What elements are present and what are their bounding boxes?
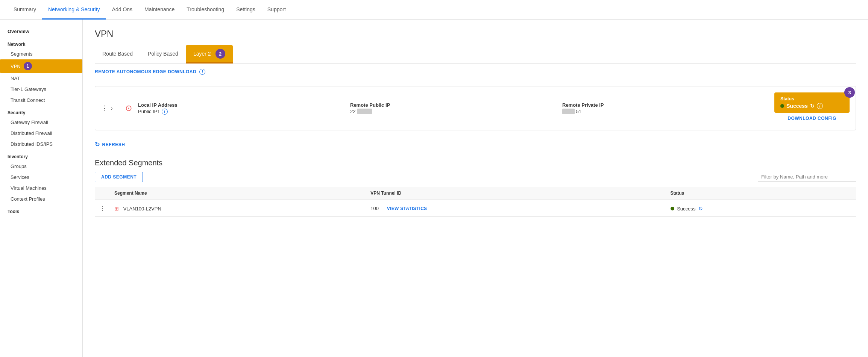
sidebar-section-tools: Tools bbox=[0, 204, 82, 216]
vpn-tabs: Route Based Policy Based Layer 2 2 bbox=[95, 45, 856, 64]
sidebar-item-virtual-machines[interactable]: Virtual Machines bbox=[0, 183, 82, 194]
segments-table-header: Segment Name VPN Tunnel ID Status bbox=[95, 187, 856, 200]
segments-toolbar: ADD SEGMENT bbox=[95, 172, 856, 182]
tab-layer2[interactable]: Layer 2 2 bbox=[186, 45, 233, 64]
vpn-status-container: Status Success ↻ i 3 DOWNLOAD CONFIG bbox=[774, 92, 850, 124]
row-segment-name-text: VLAN100-L2VPN bbox=[123, 206, 161, 212]
extended-segments-title: Extended Segments bbox=[95, 159, 856, 167]
col-actions bbox=[95, 187, 110, 200]
sidebar-item-nat[interactable]: NAT bbox=[0, 73, 82, 84]
vpn-row-dots-menu[interactable]: ⋮ bbox=[101, 104, 108, 112]
sidebar-section-security: Security bbox=[0, 106, 82, 117]
vpn-status-dot bbox=[780, 104, 784, 108]
vpn-badge: 1 bbox=[24, 62, 32, 70]
row-vpn-tunnel-id: 100 VIEW STATISTICS bbox=[366, 200, 666, 217]
vpn-status-label: Status bbox=[780, 96, 844, 101]
download-config-button[interactable]: DOWNLOAD CONFIG bbox=[774, 113, 850, 124]
vpn-remote-public-ip-blurred bbox=[357, 109, 372, 114]
row-refresh-icon[interactable]: ↻ bbox=[698, 206, 703, 212]
nav-addons[interactable]: Add Ons bbox=[106, 0, 138, 20]
vpn-status-info-icon[interactable]: i bbox=[817, 103, 823, 109]
tab-layer2-badge: 2 bbox=[215, 49, 225, 59]
vpn-local-ip-field: Local IP Address Public IP1 i bbox=[138, 102, 344, 115]
view-statistics-link[interactable]: VIEW STATISTICS bbox=[387, 206, 427, 211]
segments-table-body: ⋮ ⊞ VLAN100-L2VPN 100 VIEW STATISTICS Su… bbox=[95, 200, 856, 217]
vpn-entry-card: ⋮ › ⊙ Local IP Address Public IP1 i Remo… bbox=[95, 86, 856, 130]
local-ip-info-icon[interactable]: i bbox=[162, 109, 168, 115]
vpn-status-refresh-icon[interactable]: ↻ bbox=[810, 103, 815, 109]
nav-support[interactable]: Support bbox=[261, 0, 292, 20]
refresh-button[interactable]: ↻ REFRESH bbox=[95, 136, 856, 153]
row-status-dot bbox=[671, 207, 674, 210]
segments-table: Segment Name VPN Tunnel ID Status ⋮ ⊞ VL… bbox=[95, 187, 856, 217]
sidebar-item-vpn[interactable]: VPN 1 bbox=[0, 59, 82, 73]
vpn-status-value: Success ↻ i bbox=[780, 103, 844, 109]
sidebar-item-groups[interactable]: Groups bbox=[0, 161, 82, 172]
sidebar-item-distributed-ids-ips[interactable]: Distributed IDS/IPS bbox=[0, 139, 82, 150]
nav-summary[interactable]: Summary bbox=[8, 0, 42, 20]
row-segment-icon: ⊞ bbox=[114, 206, 119, 212]
add-segment-button[interactable]: ADD SEGMENT bbox=[95, 172, 143, 182]
nav-settings[interactable]: Settings bbox=[230, 0, 261, 20]
vpn-remote-private-ip-field: Remote Private IP 51 bbox=[562, 102, 768, 114]
vpn-row-actions: ⋮ › bbox=[101, 104, 119, 112]
vpn-remote-private-ip-blurred bbox=[562, 109, 575, 114]
sidebar: Overview Network Segments VPN 1 NAT Tier… bbox=[0, 20, 83, 357]
sidebar-section-network: Network bbox=[0, 37, 82, 48]
app-layout: Overview Network Segments VPN 1 NAT Tier… bbox=[0, 20, 868, 357]
row-tunnel-id-value: 100 bbox=[370, 206, 379, 211]
sidebar-item-context-profiles[interactable]: Context Profiles bbox=[0, 194, 82, 204]
row-status-text: Success bbox=[677, 206, 695, 212]
remote-link-info-icon[interactable]: i bbox=[199, 69, 205, 75]
vpn-status-card: Status Success ↻ i 3 bbox=[774, 92, 850, 113]
sidebar-item-transit-connect[interactable]: Transit Connect bbox=[0, 95, 82, 106]
col-segment-name: Segment Name bbox=[110, 187, 366, 200]
sidebar-item-gateway-firewall[interactable]: Gateway Firewall bbox=[0, 117, 82, 128]
vpn-remote-public-ip-field: Remote Public IP 22 bbox=[350, 102, 556, 114]
tab-route-based[interactable]: Route Based bbox=[95, 47, 140, 62]
row-dots-menu[interactable]: ⋮ bbox=[99, 205, 105, 212]
col-status: Status bbox=[666, 187, 856, 200]
sidebar-item-overview[interactable]: Overview bbox=[0, 26, 82, 37]
sidebar-item-distributed-firewall[interactable]: Distributed Firewall bbox=[0, 128, 82, 139]
sidebar-section-inventory: Inventory bbox=[0, 150, 82, 161]
vpn-status-badge: 3 bbox=[844, 87, 855, 98]
vpn-remote-private-ip-label: Remote Private IP bbox=[562, 102, 768, 108]
top-navigation: Summary Networking & Security Add Ons Ma… bbox=[0, 0, 868, 20]
vpn-local-ip-label: Local IP Address bbox=[138, 102, 344, 108]
page-title: VPN bbox=[95, 29, 856, 39]
vpn-remote-private-ip-value: 51 bbox=[562, 109, 768, 114]
vpn-lock-icon: ⊙ bbox=[125, 103, 132, 113]
vpn-remote-public-ip-label: Remote Public IP bbox=[350, 102, 556, 108]
sidebar-item-segments[interactable]: Segments bbox=[0, 48, 82, 59]
vpn-local-ip-value: Public IP1 i bbox=[138, 109, 344, 115]
filter-input[interactable] bbox=[758, 172, 856, 182]
sidebar-item-tier1-gateways[interactable]: Tier-1 Gateways bbox=[0, 84, 82, 95]
refresh-icon: ↻ bbox=[95, 141, 100, 148]
vpn-remote-public-ip-value: 22 bbox=[350, 109, 556, 114]
table-row: ⋮ ⊞ VLAN100-L2VPN 100 VIEW STATISTICS Su… bbox=[95, 200, 856, 217]
tab-policy-based[interactable]: Policy Based bbox=[140, 47, 186, 62]
sidebar-item-services[interactable]: Services bbox=[0, 172, 82, 183]
row-segment-name: ⊞ VLAN100-L2VPN bbox=[110, 200, 366, 217]
remote-autonomous-edge-download[interactable]: REMOTE AUTONOMOUS EDGE DOWNLOAD i bbox=[95, 64, 856, 80]
row-actions: ⋮ bbox=[95, 200, 110, 217]
nav-troubleshooting[interactable]: Troubleshooting bbox=[181, 0, 230, 20]
vpn-row-expand-chevron[interactable]: › bbox=[111, 105, 113, 111]
col-vpn-tunnel-id: VPN Tunnel ID bbox=[366, 187, 666, 200]
nav-maintenance[interactable]: Maintenance bbox=[138, 0, 181, 20]
main-content: VPN Route Based Policy Based Layer 2 2 R… bbox=[83, 20, 868, 357]
vpn-entry-row: ⋮ › ⊙ Local IP Address Public IP1 i Remo… bbox=[95, 86, 856, 130]
row-status: Success ↻ bbox=[666, 200, 856, 217]
nav-networking-security[interactable]: Networking & Security bbox=[42, 0, 106, 20]
